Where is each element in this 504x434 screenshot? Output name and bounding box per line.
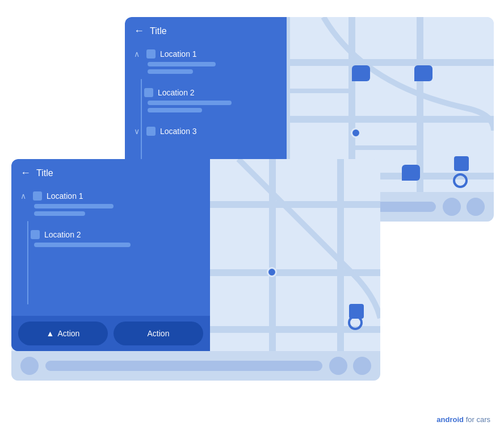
panel-list-front: ∧ Location 1 Location 2 <box>11 187 210 316</box>
location-title-back-1: Location 1 <box>160 49 197 59</box>
watermark: android for cars <box>436 415 490 424</box>
panel-header-front: ← Title <box>11 159 210 187</box>
panel-title-back: Title <box>150 26 167 36</box>
nav-circle-back-3[interactable] <box>467 198 485 216</box>
item-bar-back-2-2 <box>148 108 202 112</box>
map-ring-front-1 <box>348 315 363 330</box>
nav-circles-right-front <box>329 357 371 375</box>
watermark-bold: android <box>436 415 464 424</box>
nav-circles-right-back <box>443 198 485 216</box>
item-bar-back-1-2 <box>148 69 193 74</box>
expand-icon-front-1[interactable]: ∧ <box>20 191 26 201</box>
action-button-1[interactable]: ▲ Action <box>18 322 108 345</box>
location-title-back-3: Location 3 <box>160 127 197 136</box>
action-icon-1: ▲ <box>47 329 54 338</box>
nav-circle-front-3[interactable] <box>353 357 371 375</box>
checkbox-front-2[interactable] <box>31 230 40 239</box>
location-title-back-2: Location 2 <box>158 88 195 97</box>
back-arrow-front[interactable]: ← <box>20 167 31 179</box>
nav-circle-front-1[interactable] <box>20 357 39 375</box>
item-bar-front-2-1 <box>34 243 131 247</box>
location-title-front-2: Location 2 <box>44 230 81 239</box>
action-bar: ▲ Action Action <box>11 316 210 351</box>
map-pin-2 <box>414 65 432 81</box>
checkbox-back-2[interactable] <box>144 88 153 97</box>
action-button-2[interactable]: Action <box>114 322 203 345</box>
divider-front <box>27 221 28 304</box>
nav-circle-back-2[interactable] <box>443 198 461 216</box>
watermark-rest: for cars <box>464 415 490 424</box>
map-square-1 <box>454 156 469 171</box>
checkbox-back-1[interactable] <box>146 49 156 59</box>
checkbox-front-1[interactable] <box>33 191 42 201</box>
map-dot-1 <box>351 128 361 138</box>
map-ring-1 <box>453 173 468 188</box>
item-bar-back-2-1 <box>148 101 232 105</box>
expand-icon-1[interactable]: ∧ <box>134 49 140 59</box>
nav-circle-front-2[interactable] <box>329 357 347 375</box>
back-arrow-back[interactable]: ← <box>134 25 144 37</box>
checkbox-back-3[interactable] <box>146 127 156 136</box>
panel-front: ← Title ∧ Location 1 Location 2 <box>11 159 210 351</box>
expand-icon-3[interactable]: ∨ <box>134 127 140 136</box>
panel-header-back: ← Title <box>125 17 287 45</box>
map-dot-front-1 <box>267 267 277 277</box>
item-bar-front-1-1 <box>34 204 114 208</box>
front-card: ← Title ∧ Location 1 Location 2 <box>11 159 380 381</box>
nav-bar-front <box>11 351 380 381</box>
map-pin-3 <box>402 165 420 181</box>
list-item-back-1[interactable]: ∧ Location 1 <box>129 45 282 81</box>
list-item-back-3[interactable]: ∨ Location 3 <box>129 122 282 144</box>
location-title-front-1: Location 1 <box>47 191 83 201</box>
list-item-front-2[interactable]: Location 2 <box>16 226 205 254</box>
nav-bar-center-front <box>45 361 322 371</box>
action-label-2: Action <box>148 329 170 338</box>
action-label-1: Action <box>57 329 79 338</box>
item-bar-back-1-1 <box>148 62 216 66</box>
map-pin-1 <box>352 65 370 81</box>
item-bar-front-1-2 <box>34 211 85 216</box>
list-item-back-2[interactable]: Location 2 <box>129 84 282 120</box>
list-item-front-1[interactable]: ∧ Location 1 <box>16 187 205 223</box>
panel-title-front: Title <box>36 168 53 178</box>
